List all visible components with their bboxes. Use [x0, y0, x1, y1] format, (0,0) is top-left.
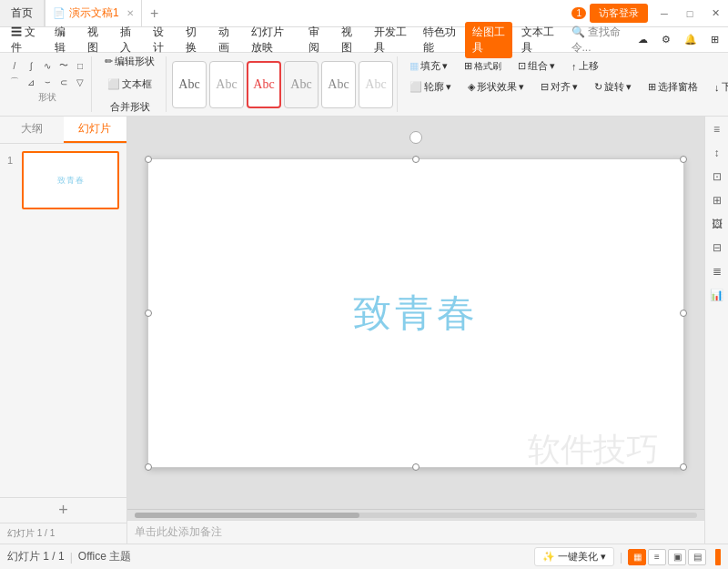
view-slide-btn[interactable]: ▣: [668, 549, 686, 565]
canvas-scroll[interactable]: 致青春 软件技巧: [127, 117, 704, 509]
shapes-row-2: ⌒ ⊿ ⌣ ⊂ ▽: [7, 75, 87, 89]
handle-bottom-left[interactable]: [145, 463, 152, 471]
right-icon-menu[interactable]: ≡: [708, 120, 726, 138]
effect-button[interactable]: ◈ 形状效果 ▾: [461, 77, 531, 97]
up-button[interactable]: ↑ 上移: [565, 56, 605, 76]
fill-dropdown-icon: ▾: [442, 60, 448, 72]
handle-middle-right[interactable]: [680, 310, 687, 317]
style-btn-1[interactable]: Abc: [172, 61, 207, 108]
right-icon-list[interactable]: ≣: [708, 262, 726, 280]
add-slide-icon: +: [58, 501, 68, 520]
view-normal-btn[interactable]: ▦: [628, 549, 646, 565]
grid-icon: ⊞: [464, 60, 472, 72]
curve-tool[interactable]: ∿: [40, 58, 55, 73]
style-btn-4[interactable]: Abc: [284, 61, 318, 108]
shape-s1[interactable]: ⌒: [7, 75, 22, 89]
down-button[interactable]: ↓ 下移: [708, 77, 728, 97]
arc-tool[interactable]: ∫: [24, 58, 38, 73]
fill-button[interactable]: ▦ 填充 ▾: [403, 56, 454, 76]
canvas-hscroll[interactable]: [127, 509, 704, 520]
menu-view2[interactable]: 视图: [334, 22, 365, 58]
menu-review[interactable]: 审阅: [301, 22, 332, 58]
text-box-button[interactable]: ⬜ 文本框: [102, 75, 157, 94]
fill-icon: ▦: [410, 60, 419, 72]
select-icon: ⊞: [648, 81, 656, 93]
handle-middle-left[interactable]: [145, 310, 152, 317]
group-button[interactable]: ⊡ 组合 ▾: [511, 56, 561, 76]
handle-bottom-right[interactable]: [680, 463, 687, 471]
slide-number-1: 1: [7, 155, 18, 166]
menu-edit[interactable]: 编辑: [47, 22, 78, 58]
tab-outline[interactable]: 大纲: [0, 117, 64, 143]
settings-icon[interactable]: ⚙: [656, 31, 676, 48]
handle-top-left[interactable]: [145, 156, 152, 163]
canvas-area: 致青春 软件技巧 单击此处添加备注: [127, 117, 704, 544]
right-icon-image[interactable]: 🖼: [708, 215, 726, 233]
minimize-button[interactable]: ─: [652, 1, 677, 26]
view-controls: ▦ ≡ ▣ ▤: [628, 549, 706, 565]
main-area: 大纲 幻灯片 1 致青春 + 幻灯片 1 / 1: [0, 117, 728, 544]
slide-thumbnail-1[interactable]: 致青春: [22, 151, 119, 209]
shape-rect[interactable]: □: [73, 58, 87, 73]
shape-more[interactable]: ▽: [73, 75, 87, 89]
handle-top-right[interactable]: [680, 156, 687, 163]
close-button[interactable]: ✕: [703, 1, 728, 26]
edit-shape-group: ✏ 编辑形状 ⬜ 文本框 合并形状: [94, 56, 167, 112]
shape-s3[interactable]: ⌣: [40, 75, 55, 89]
hscroll-thumb[interactable]: [135, 513, 359, 518]
handle-top-center[interactable]: [412, 156, 420, 163]
hscroll-track[interactable]: [135, 513, 697, 518]
one-click-beautify-button[interactable]: ✨ 一键美化 ▾: [534, 547, 614, 566]
slide-main-text[interactable]: 致青春: [353, 288, 479, 339]
menu-search[interactable]: 🔍 查找命令...: [564, 22, 631, 58]
view-outline-btn[interactable]: ≡: [648, 549, 666, 565]
handle-bottom-center[interactable]: [412, 463, 420, 471]
menu-text-tool[interactable]: 文本工具: [514, 22, 561, 58]
right-icon-chart[interactable]: 📊: [708, 286, 726, 304]
style-btn-5[interactable]: Abc: [321, 61, 356, 108]
menu-special[interactable]: 特色功能: [416, 22, 463, 58]
view-read-btn[interactable]: ▤: [688, 549, 706, 565]
tab-add-label: +: [150, 5, 158, 22]
merge-button[interactable]: 合并形状: [105, 97, 156, 117]
panel-tabs: 大纲 幻灯片: [0, 117, 126, 144]
cloud-icon[interactable]: ☁: [632, 31, 653, 48]
style-btn-2[interactable]: Abc: [209, 61, 244, 108]
notes-area[interactable]: 单击此处添加备注: [127, 520, 704, 544]
visit-login-button[interactable]: 访客登录: [590, 4, 648, 23]
right-icon-minus[interactable]: ⊟: [708, 239, 726, 257]
line-tool[interactable]: /: [7, 58, 22, 73]
maximize-button[interactable]: □: [677, 1, 703, 26]
bell-icon[interactable]: 🔔: [679, 31, 703, 48]
menu-transition[interactable]: 切换: [178, 22, 209, 58]
shape-s2[interactable]: ⊿: [24, 75, 38, 89]
statusbar-right: ✨ 一键美化 ▾ | ▦ ≡ ▣ ▤: [534, 547, 721, 566]
up-icon: ↑: [571, 61, 577, 72]
menu-file[interactable]: ☰ 文件: [4, 22, 46, 58]
select-pane-button[interactable]: ⊞ 选择窗格: [642, 77, 704, 97]
right-icon-grid[interactable]: ⊡: [708, 168, 726, 186]
rotate-button[interactable]: ↻ 旋转 ▾: [588, 77, 638, 97]
menu-slideshow[interactable]: 幻灯片放映: [244, 22, 299, 58]
add-slide-button[interactable]: +: [0, 497, 126, 523]
rotation-handle[interactable]: [410, 131, 422, 144]
edit-shape-button[interactable]: ✏ 编辑形状: [99, 53, 160, 71]
effect-dropdown-icon: ▾: [519, 81, 524, 93]
menu-draw-tool[interactable]: 绘图工具: [465, 22, 512, 58]
style-btn-6[interactable]: Abc: [359, 61, 393, 108]
expand-icon[interactable]: ⊞: [705, 31, 724, 48]
right-panel: ≡ ↕ ⊡ ⊞ 🖼 ⊟ ≣ 📊: [704, 117, 728, 544]
tab-close-icon[interactable]: ✕: [126, 8, 134, 18]
tab-slides[interactable]: 幻灯片: [64, 117, 127, 143]
toolbar-right-row-1: ▦ 填充 ▾ ⊞ 格式刷 ⊡ 组合 ▾ ↑ 上移: [403, 56, 728, 76]
grid-icon-btn[interactable]: ⊞ 格式刷: [458, 57, 508, 76]
right-icon-resize[interactable]: ↕: [708, 144, 726, 162]
menu-animation[interactable]: 动画: [211, 22, 242, 58]
shape-s4[interactable]: ⊂: [56, 75, 71, 89]
style-btn-3[interactable]: Abc: [247, 61, 281, 108]
right-icon-layout[interactable]: ⊞: [708, 191, 726, 209]
align-button[interactable]: ⊟ 对齐 ▾: [534, 77, 584, 97]
outline-button[interactable]: ⬜ 轮廓 ▾: [403, 77, 458, 97]
menu-developer[interactable]: 开发工具: [367, 22, 414, 58]
freeform-tool[interactable]: 〜: [56, 58, 71, 73]
